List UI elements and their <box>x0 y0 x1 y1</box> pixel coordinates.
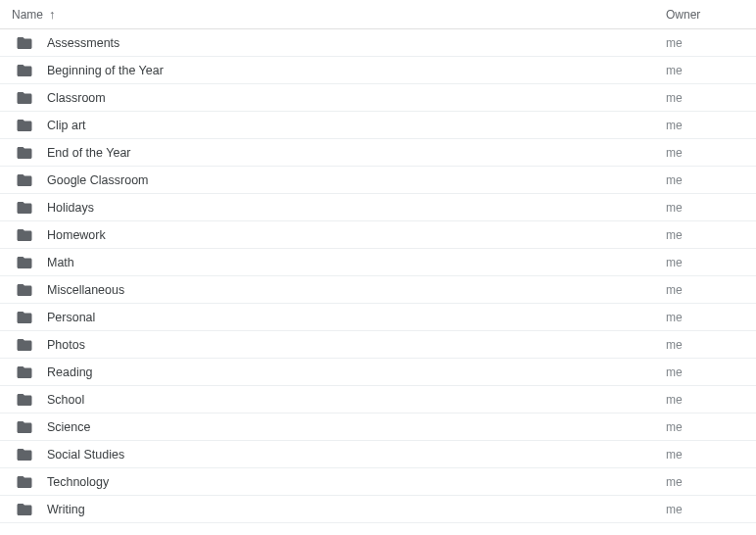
table-row[interactable]: Homeworkme <box>0 221 756 249</box>
table-row[interactable]: Technologyme <box>0 468 756 496</box>
folder-name: Clip art <box>47 119 86 132</box>
owner-cell: me <box>666 201 744 215</box>
header-row: Name ↑ Owner <box>0 0 756 29</box>
owner-cell: me <box>666 256 744 269</box>
folder-icon <box>16 364 33 381</box>
folder-name: Holidays <box>47 201 94 215</box>
owner-cell: me <box>666 228 744 242</box>
folder-cell: Beginning of the Year <box>12 62 666 79</box>
folder-name: Technology <box>47 475 109 489</box>
folder-cell: Science <box>12 418 666 436</box>
table-row[interactable]: Writingme <box>0 496 756 523</box>
folder-cell: Clip art <box>12 117 666 134</box>
folder-cell: Classroom <box>12 89 666 107</box>
owner-cell: me <box>666 64 744 77</box>
folder-icon <box>16 254 33 271</box>
table-row[interactable]: Scienceme <box>0 413 756 441</box>
table-row[interactable]: Clip artme <box>0 112 756 139</box>
column-header-name[interactable]: Name ↑ <box>12 8 666 22</box>
table-row[interactable]: Personalme <box>0 304 756 331</box>
folder-cell: Writing <box>12 501 666 518</box>
folder-name: Reading <box>47 365 93 379</box>
owner-cell: me <box>666 365 744 379</box>
folder-cell: Social Studies <box>12 446 666 463</box>
folder-icon <box>16 391 33 409</box>
table-row[interactable]: Readingme <box>0 359 756 386</box>
rows-container: AssessmentsmeBeginning of the YearmeClas… <box>0 29 756 523</box>
table-row[interactable]: Social Studiesme <box>0 441 756 468</box>
folder-name: Assessments <box>47 36 119 50</box>
sort-arrow-up-icon: ↑ <box>49 8 56 21</box>
folder-name: School <box>47 393 84 407</box>
folder-name: Personal <box>47 311 95 324</box>
folder-name: Math <box>47 256 74 269</box>
folder-cell: Assessments <box>12 34 666 52</box>
folder-cell: Reading <box>12 364 666 381</box>
folder-cell: Homework <box>12 226 666 244</box>
folder-cell: School <box>12 391 666 409</box>
table-row[interactable]: Assessmentsme <box>0 29 756 57</box>
owner-cell: me <box>666 119 744 132</box>
folder-cell: Google Classroom <box>12 171 666 189</box>
table-row[interactable]: Schoolme <box>0 386 756 413</box>
folder-icon <box>16 226 33 244</box>
owner-cell: me <box>666 393 744 407</box>
folder-name: End of the Year <box>47 146 131 160</box>
folder-name: Social Studies <box>47 448 124 462</box>
owner-cell: me <box>666 36 744 50</box>
owner-cell: me <box>666 475 744 489</box>
folder-icon <box>16 309 33 326</box>
table-row[interactable]: Google Classroomme <box>0 167 756 194</box>
folder-icon <box>16 62 33 79</box>
table-row[interactable]: End of the Yearme <box>0 139 756 167</box>
table-row[interactable]: Miscellaneousme <box>0 276 756 304</box>
owner-cell: me <box>666 420 744 434</box>
folder-icon <box>16 34 33 52</box>
owner-cell: me <box>666 503 744 516</box>
table-row[interactable]: Classroomme <box>0 84 756 112</box>
table-row[interactable]: Holidaysme <box>0 194 756 221</box>
table-row[interactable]: Mathme <box>0 249 756 276</box>
folder-icon <box>16 89 33 107</box>
folder-icon <box>16 418 33 436</box>
owner-cell: me <box>666 146 744 160</box>
folder-name: Miscellaneous <box>47 283 124 297</box>
folder-cell: Technology <box>12 473 666 491</box>
folder-icon <box>16 446 33 463</box>
owner-cell: me <box>666 448 744 462</box>
folder-icon <box>16 281 33 299</box>
folder-icon <box>16 144 33 162</box>
folder-icon <box>16 501 33 518</box>
owner-cell: me <box>666 338 744 352</box>
folder-icon <box>16 199 33 217</box>
folder-icon <box>16 336 33 354</box>
folder-name: Beginning of the Year <box>47 64 164 77</box>
column-header-owner[interactable]: Owner <box>666 8 744 22</box>
folder-cell: End of the Year <box>12 144 666 162</box>
owner-cell: me <box>666 173 744 187</box>
folder-icon <box>16 171 33 189</box>
owner-cell: me <box>666 91 744 105</box>
folder-cell: Photos <box>12 336 666 354</box>
folder-name: Classroom <box>47 91 106 105</box>
folder-icon <box>16 117 33 134</box>
folder-icon <box>16 473 33 491</box>
table-row[interactable]: Photosme <box>0 331 756 359</box>
folder-name: Photos <box>47 338 85 352</box>
name-header-label: Name <box>12 8 43 22</box>
owner-cell: me <box>666 311 744 324</box>
folder-cell: Math <box>12 254 666 271</box>
folder-name: Google Classroom <box>47 173 149 187</box>
file-list: Name ↑ Owner AssessmentsmeBeginning of t… <box>0 0 756 523</box>
folder-name: Homework <box>47 228 106 242</box>
folder-name: Writing <box>47 503 85 516</box>
folder-cell: Holidays <box>12 199 666 217</box>
folder-cell: Personal <box>12 309 666 326</box>
table-row[interactable]: Beginning of the Yearme <box>0 57 756 84</box>
owner-cell: me <box>666 283 744 297</box>
folder-cell: Miscellaneous <box>12 281 666 299</box>
folder-name: Science <box>47 420 90 434</box>
